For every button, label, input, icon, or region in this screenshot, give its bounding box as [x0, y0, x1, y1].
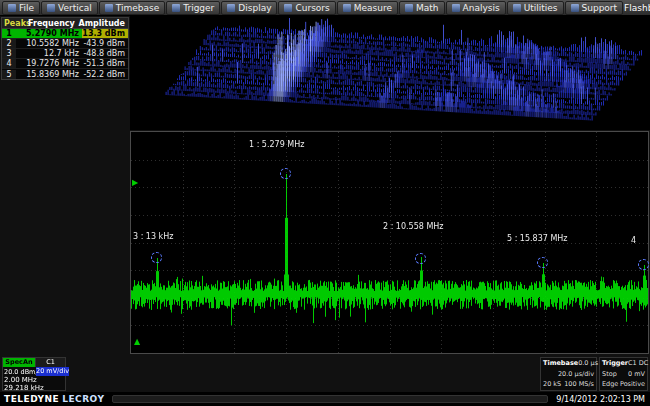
menu-right-area: Flashb... Undo ↺ — [624, 0, 650, 15]
menu-trigger-label: Trigger — [183, 3, 214, 13]
specan-freq-per-div: 2.00 MHz — [3, 376, 65, 384]
menu-support[interactable]: Support — [565, 1, 624, 15]
c1-scale[interactable]: 20 mV/div — [36, 367, 69, 376]
specan-scale: 20.0 dBm/div — [3, 368, 36, 376]
peak-row-1[interactable]: 1 5.2790 MHz 13.3 dBm — [2, 29, 128, 39]
trigger-icon — [172, 4, 180, 12]
trigger-label: Trigger — [602, 359, 628, 368]
peak-3-num: 3 — [2, 49, 16, 58]
peak-marker-circle-2 — [415, 253, 426, 264]
timebase-scale: 20.0 µs/div — [558, 370, 594, 379]
measure-icon — [343, 4, 351, 12]
peak-marker-circle-3 — [151, 252, 162, 263]
utilities-icon — [513, 4, 521, 12]
trace-level-indicator-icon[interactable]: ▶ — [132, 179, 138, 187]
display-icon — [227, 4, 235, 12]
menu-utilities-label: Utilities — [524, 3, 558, 13]
menu-display[interactable]: Display — [221, 1, 277, 15]
peak-2-frequency: 10.5582 MHz — [16, 39, 82, 48]
menu-file[interactable]: File — [2, 1, 40, 15]
timebase-icon — [105, 4, 113, 12]
peak-4-amplitude: -51.3 dBm — [82, 59, 128, 68]
peak-marker-label-5: 5 : 15.837 MHz — [507, 234, 568, 243]
menu-timebase[interactable]: Timebase — [99, 1, 165, 15]
peak-row-4[interactable]: 4 19.7276 MHz -51.3 dBm — [2, 59, 128, 69]
brand-teledyne: TELEDYNE — [4, 394, 59, 404]
trigger-source: C1 DC — [628, 359, 648, 368]
support-icon — [571, 4, 579, 12]
specan-descriptor-tab[interactable]: SpecAn — [3, 358, 35, 367]
menu-utilities[interactable]: Utilities — [507, 1, 564, 15]
spectrum-plot[interactable]: 1 : 5.279 MHz 2 : 10.558 MHz 3 : 13 kHz … — [130, 131, 649, 354]
descriptor-scale-row: 20.0 dBm/div 20 mV/div — [3, 367, 65, 376]
spectrum-canvas — [131, 132, 648, 353]
peaks-table: Peaks Frequency Amplitude 1 5.2790 MHz 1… — [1, 17, 129, 80]
peak-4-frequency: 19.7276 MHz — [16, 59, 82, 68]
brand-logo: TELEDYNE LECROY — [0, 394, 104, 404]
menu-cursors[interactable]: Cursors — [278, 1, 335, 15]
peak-marker-circle-5 — [537, 257, 548, 268]
menu-analysis[interactable]: Analysis — [446, 1, 506, 15]
specan-rbw: 29.218 kHz — [3, 384, 65, 392]
status-groove — [112, 395, 548, 403]
menu-measure-label: Measure — [354, 3, 392, 13]
peak-marker-label-4: 4 — [631, 236, 636, 245]
timebase-box[interactable]: Timebase0.0 µs 20.0 µs/div 20 kS100 MS/s — [540, 357, 597, 391]
menu-vertical-label: Vertical — [58, 3, 92, 13]
spectrogram-3d-canvas — [130, 16, 650, 129]
datetime: 9/14/2012 2:02:13 PM — [556, 395, 650, 404]
peak-row-5[interactable]: 5 15.8369 MHz -52.2 dBm — [2, 69, 128, 79]
peak-3-frequency: 12.7 kHz — [16, 49, 82, 58]
peaks-header-frequency: Frequency — [28, 19, 79, 28]
math-icon — [405, 4, 413, 12]
oscilloscope-screen: File Vertical Timebase Trigger Display C… — [0, 0, 650, 406]
peak-marker-label-2: 2 : 10.558 MHz — [383, 222, 444, 231]
flash-status-text: Flashb... — [624, 3, 650, 13]
brand-lecroy: LECROY — [62, 394, 104, 404]
c1-descriptor-tab[interactable]: C1 — [35, 358, 65, 367]
peak-3-amplitude: -48.8 dBm — [82, 49, 128, 58]
peak-5-num: 5 — [2, 70, 16, 79]
menu-vertical[interactable]: Vertical — [41, 1, 98, 15]
trigger-box[interactable]: TriggerC1 DC Stop0 mV EdgePositive — [599, 357, 648, 391]
trigger-mode: Stop — [602, 370, 617, 379]
peak-2-amplitude: -43.9 dBm — [82, 39, 128, 48]
peak-marker-label-3: 3 : 13 kHz — [133, 232, 173, 241]
menu-support-label: Support — [582, 3, 618, 13]
menu-cursors-label: Cursors — [295, 3, 329, 13]
menu-math[interactable]: Math — [399, 1, 445, 15]
peak-marker-label-1: 1 : 5.279 MHz — [249, 140, 304, 149]
peak-5-amplitude: -52.2 dBm — [82, 70, 128, 79]
menu-measure[interactable]: Measure — [337, 1, 398, 15]
peak-1-num: 1 — [2, 29, 16, 38]
timebase-rate: 100 MS/s — [564, 380, 594, 389]
peak-5-frequency: 15.8369 MHz — [16, 70, 82, 79]
peaks-header-peaks: Peaks — [2, 19, 28, 28]
vertical-icon — [47, 4, 55, 12]
menu-trigger[interactable]: Trigger — [166, 1, 220, 15]
trigger-level: 0 mV — [628, 370, 645, 379]
cursors-icon — [284, 4, 292, 12]
peaks-table-header: Peaks Frequency Amplitude — [2, 18, 128, 29]
peaks-header-amplitude: Amplitude — [79, 19, 128, 28]
peak-1-amplitude: 13.3 dBm — [82, 29, 128, 38]
timebase-label: Timebase — [543, 359, 578, 368]
trigger-kind: Edge — [602, 380, 618, 389]
peak-marker-circle-4 — [638, 259, 649, 270]
menu-math-label: Math — [416, 3, 439, 13]
trace-descriptor-box: SpecAn C1 20.0 dBm/div 20 mV/div 2.00 MH… — [2, 357, 66, 391]
menu-display-label: Display — [238, 3, 271, 13]
file-icon — [8, 4, 16, 12]
timebase-samples: 20 kS — [543, 380, 561, 389]
peak-1-frequency: 5.2790 MHz — [16, 29, 82, 38]
peak-row-2[interactable]: 2 10.5582 MHz -43.9 dBm — [2, 39, 128, 49]
peak-row-3[interactable]: 3 12.7 kHz -48.8 dBm — [2, 49, 128, 59]
menu-timebase-label: Timebase — [116, 3, 159, 13]
peak-4-num: 4 — [2, 59, 16, 68]
trigger-position-icon[interactable]: ▲ — [134, 338, 140, 346]
spectrogram-3d-view[interactable] — [130, 16, 650, 130]
descriptor-tabs: SpecAn C1 — [3, 358, 65, 367]
timebase-offset: 0.0 µs — [578, 359, 598, 368]
menu-bar: File Vertical Timebase Trigger Display C… — [0, 0, 650, 16]
status-bar: TELEDYNE LECROY 9/14/2012 2:02:13 PM — [0, 392, 650, 406]
